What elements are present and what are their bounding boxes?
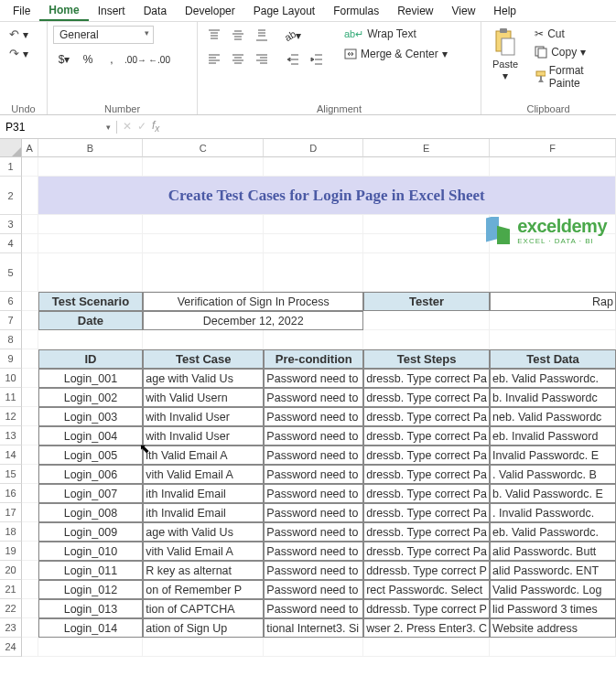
cell[interactable] [363, 215, 490, 234]
cell[interactable] [22, 542, 38, 561]
col-header-B[interactable]: B [38, 139, 144, 157]
scenario-value[interactable]: Verification of Sign In Process [143, 292, 363, 311]
testcase-cell[interactable]: ith Valid Email A [143, 445, 264, 465]
row-header-10[interactable]: 10 [0, 369, 22, 388]
testcase-cell[interactable]: ith Invalid Email [143, 484, 264, 503]
menu-insert[interactable]: Insert [89, 2, 135, 20]
menu-file[interactable]: File [4, 2, 39, 20]
id-cell[interactable]: Login_012 [38, 580, 144, 599]
table-header-test-case[interactable]: Test Case [143, 349, 264, 369]
row-header-16[interactable]: 16 [0, 484, 22, 503]
menu-page-layout[interactable]: Page Layout [244, 2, 324, 20]
row-header-5[interactable]: 5 [0, 253, 22, 292]
col-header-C[interactable]: C [143, 139, 264, 157]
table-header-pre-condition[interactable]: Pre-condition [264, 349, 363, 369]
cell[interactable] [264, 157, 363, 177]
row-header-7[interactable]: 7 [0, 311, 22, 330]
testcase-cell[interactable]: vith Valid Email A [143, 542, 264, 561]
testdata-cell[interactable]: alid Passwordc. ENT [490, 561, 616, 580]
increase-decimal-button[interactable]: .00→ [124, 49, 146, 70]
teststeps-cell[interactable]: dressb. Type correct Pa [363, 426, 490, 445]
cell[interactable] [264, 215, 363, 234]
table-header-test-data[interactable]: Test Data [490, 349, 616, 369]
testcase-cell[interactable]: ation of Sign Up [143, 618, 264, 638]
enter-formula-icon[interactable]: ✓ [137, 120, 146, 133]
row-header-15[interactable]: 15 [0, 465, 22, 484]
precondition-cell[interactable]: Password need to [264, 599, 363, 618]
precondition-cell[interactable]: Password need to [264, 522, 363, 542]
cell[interactable] [22, 503, 38, 522]
name-box-input[interactable] [5, 121, 79, 134]
cell[interactable] [38, 330, 144, 349]
cell[interactable] [22, 426, 38, 445]
tester-label[interactable]: Tester [363, 292, 490, 311]
row-header-17[interactable]: 17 [0, 503, 22, 522]
testdata-cell[interactable]: eb. Valid Passwordc. [490, 369, 616, 388]
teststeps-cell[interactable]: dressb. Type correct Pa [363, 407, 490, 426]
col-header-D[interactable]: D [264, 139, 363, 157]
testcase-cell[interactable]: age with Valid Us [143, 369, 264, 388]
testdata-cell[interactable]: . Invalid Passwordc. [490, 503, 616, 522]
cell[interactable] [143, 234, 264, 253]
cell[interactable] [490, 330, 616, 349]
cell[interactable] [143, 638, 264, 657]
table-header-test-steps[interactable]: Test Steps [363, 349, 490, 369]
testcase-cell[interactable]: tion of CAPTCHA [143, 599, 264, 618]
cell[interactable] [22, 407, 38, 426]
testcase-cell[interactable]: vith Valid Email A [143, 465, 264, 484]
id-cell[interactable]: Login_006 [38, 465, 144, 484]
cell[interactable] [38, 234, 144, 253]
testdata-cell[interactable]: Website address [490, 618, 616, 638]
teststeps-cell[interactable]: rect Passwordc. Select [363, 580, 490, 599]
cell[interactable] [264, 253, 363, 292]
currency-button[interactable]: $▾ [53, 49, 75, 70]
select-all-corner[interactable] [0, 139, 22, 157]
row-header-18[interactable]: 18 [0, 522, 22, 542]
row-header-9[interactable]: 9 [0, 349, 22, 369]
cell[interactable] [38, 215, 144, 234]
row-header-11[interactable]: 11 [0, 388, 22, 407]
cell[interactable] [22, 388, 38, 407]
cell[interactable] [22, 177, 38, 215]
cell[interactable] [22, 599, 38, 618]
id-cell[interactable]: Login_002 [38, 388, 144, 407]
row-header-3[interactable]: 3 [0, 215, 22, 234]
cell[interactable] [490, 311, 616, 330]
testcase-cell[interactable]: R key as alternat [143, 561, 264, 580]
precondition-cell[interactable]: Password need to [264, 561, 363, 580]
menu-home[interactable]: Home [39, 1, 88, 21]
testdata-cell[interactable]: b. Invalid Passwordc [490, 388, 616, 407]
fx-icon[interactable]: fx [152, 119, 159, 134]
testdata-cell[interactable]: . Valid Passwordc. B [490, 465, 616, 484]
menu-developer[interactable]: Developer [176, 2, 244, 20]
id-cell[interactable]: Login_008 [38, 503, 144, 522]
cell[interactable] [264, 330, 363, 349]
teststeps-cell[interactable]: dressb. Type correct Pa [363, 484, 490, 503]
cell[interactable] [22, 445, 38, 465]
id-cell[interactable]: Login_009 [38, 522, 144, 542]
cell[interactable] [38, 638, 144, 657]
row-header-6[interactable]: 6 [0, 292, 22, 311]
precondition-cell[interactable]: tional Internet3. Si [264, 618, 363, 638]
scenario-label[interactable]: Test Scenario [38, 292, 144, 311]
date-label[interactable]: Date [38, 311, 144, 330]
row-header-2[interactable]: 2 [0, 177, 22, 215]
redo-button[interactable]: ↷▾ [5, 45, 32, 62]
teststeps-cell[interactable]: dressb. Type correct Pa [363, 388, 490, 407]
row-header-1[interactable]: 1 [0, 157, 22, 177]
teststeps-cell[interactable]: dressb. Type correct Pa [363, 445, 490, 465]
cell[interactable] [363, 638, 490, 657]
menu-view[interactable]: View [443, 2, 485, 20]
id-cell[interactable]: Login_014 [38, 618, 144, 638]
cell[interactable] [22, 638, 38, 657]
cancel-formula-icon[interactable]: ✕ [123, 120, 132, 133]
id-cell[interactable]: Login_003 [38, 407, 144, 426]
col-header-A[interactable]: A [22, 139, 38, 157]
cell[interactable] [22, 253, 38, 292]
percent-button[interactable]: % [77, 49, 99, 70]
cell[interactable] [22, 484, 38, 503]
row-header-22[interactable]: 22 [0, 599, 22, 618]
row-header-20[interactable]: 20 [0, 561, 22, 580]
number-format-combo[interactable]: General [53, 26, 154, 44]
teststeps-cell[interactable]: wser 2. Press Enter3. C [363, 618, 490, 638]
